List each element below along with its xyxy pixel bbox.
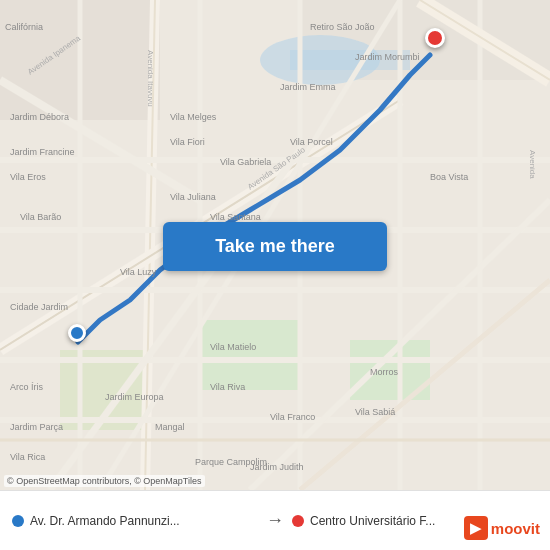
map-container[interactable]: Vila Barão Cidade Jardim Arco Íris Jardi… [0,0,550,490]
svg-text:Jardim Francine: Jardim Francine [10,147,75,157]
origin-text: Av. Dr. Armando Pannunzi... [30,514,180,528]
svg-text:Jardim Parça: Jardim Parça [10,422,63,432]
bottom-bar: Av. Dr. Armando Pannunzi... → Centro Uni… [0,490,550,550]
svg-text:Boa Vista: Boa Vista [430,172,468,182]
svg-text:Avenida Itavuvu: Avenida Itavuvu [146,50,155,107]
origin-dot [12,515,24,527]
moovit-logo: ▶ moovit [464,516,540,540]
moovit-icon: ▶ [464,516,488,540]
svg-text:Mangal: Mangal [155,422,185,432]
svg-text:Vila Sabiá: Vila Sabiá [355,407,395,417]
svg-text:Vila Juliana: Vila Juliana [170,192,216,202]
moovit-text: moovit [491,520,540,537]
svg-text:Jardim Morumbi: Jardim Morumbi [355,52,420,62]
svg-text:Arco Íris: Arco Íris [10,382,44,392]
svg-text:Jardim Débora: Jardim Débora [10,112,69,122]
svg-text:Vila Luzy: Vila Luzy [120,267,157,277]
svg-text:Jardim Emma: Jardim Emma [280,82,336,92]
svg-text:Vila Santana: Vila Santana [210,212,261,222]
svg-text:Vila Eros: Vila Eros [10,172,46,182]
svg-text:Vila Barão: Vila Barão [20,212,61,222]
svg-text:Avenida: Avenida [528,150,537,179]
svg-text:Califórnia: Califórnia [5,22,43,32]
destination-text: Centro Universitário F... [310,514,435,528]
svg-text:Vila Gabriela: Vila Gabriela [220,157,271,167]
svg-text:Cidade Jardim: Cidade Jardim [10,302,68,312]
take-me-there-button[interactable]: Take me there [163,222,387,271]
svg-rect-2 [200,320,300,390]
svg-text:Vila Matielo: Vila Matielo [210,342,256,352]
svg-text:Retiro São João: Retiro São João [310,22,375,32]
destination-dot [292,515,304,527]
route-arrow-icon: → [266,510,284,531]
svg-text:Jardim Europa: Jardim Europa [105,392,164,402]
svg-text:Morros: Morros [370,367,399,377]
origin-marker [68,324,86,342]
destination-marker [425,28,445,48]
origin-location: Av. Dr. Armando Pannunzi... [12,514,258,528]
svg-text:Vila Porcel: Vila Porcel [290,137,333,147]
map-attribution: © OpenStreetMap contributors, © OpenMapT… [4,475,205,487]
svg-text:Vila Fiori: Vila Fiori [170,137,205,147]
svg-text:Vila Rica: Vila Rica [10,452,45,462]
svg-text:Vila Riva: Vila Riva [210,382,245,392]
svg-text:Vila Melges: Vila Melges [170,112,217,122]
svg-text:Vila Franco: Vila Franco [270,412,315,422]
svg-text:Jardim Judith: Jardim Judith [250,462,304,472]
